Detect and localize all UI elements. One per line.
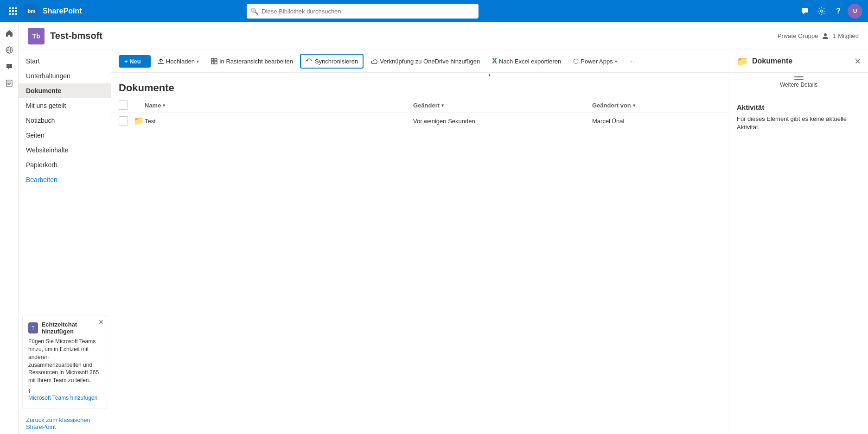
more-details-icon — [794, 76, 804, 80]
panel-folder-icon: 📁 — [737, 56, 748, 67]
promo-info-icon: ℹ — [28, 388, 31, 395]
upload-dropdown-caret: ▾ — [197, 59, 199, 64]
detail-line-2 — [794, 79, 804, 80]
grid-label: In Rasteransicht bearbeiten — [219, 58, 293, 65]
row-check — [119, 116, 134, 126]
promo-header: T Echtzeitchat hinzufügen — [28, 321, 101, 335]
new-button[interactable]: + Neu ▾ — [119, 55, 151, 68]
powerapps-icon: ⬡ — [573, 57, 579, 65]
avatar[interactable]: U — [848, 4, 862, 19]
site-logo: Tb — [28, 28, 45, 44]
more-button[interactable]: ··· — [624, 55, 639, 68]
upload-icon — [158, 58, 164, 64]
search-bar[interactable]: 🔍 — [247, 4, 479, 19]
more-details-section[interactable]: Weitere Details — [729, 73, 868, 92]
rail-doc-icon[interactable] — [2, 76, 17, 91]
svg-rect-3 — [9, 10, 11, 12]
sidebar-item-documents[interactable]: Dokumente — [19, 83, 111, 98]
activity-title: Aktivität — [737, 103, 861, 111]
modified-by-sort-icon: ▾ — [633, 103, 635, 108]
sync-button[interactable]: Synchronisieren — [300, 54, 364, 69]
site-name: Test-bmsoft — [50, 31, 102, 41]
sidebar-item-site-contents[interactable]: Websiteinhalte — [19, 143, 111, 157]
onedrive-icon — [370, 58, 378, 64]
site-meta: Private Gruppe 1 Mitglied — [778, 32, 859, 40]
more-label: ··· — [629, 58, 634, 65]
promo-close-icon[interactable]: ✕ — [98, 318, 104, 326]
sidebar: Start Unterhaltungen Dokumente Mit uns g… — [19, 50, 111, 434]
detail-line-1 — [794, 76, 804, 77]
sidebar-item-start[interactable]: Start — [19, 54, 111, 69]
sidebar-item-pages[interactable]: Seiten — [19, 128, 111, 143]
app-name: SharePoint — [43, 7, 82, 15]
site-members: 1 Mitglied — [833, 32, 859, 39]
file-name[interactable]: Test — [145, 118, 156, 125]
more-details-label: Weitere Details — [780, 82, 817, 88]
grid-icon — [211, 58, 217, 64]
svg-point-9 — [821, 10, 823, 13]
row-type: 📁 — [134, 116, 145, 126]
col-modified-label: Geändert — [413, 102, 440, 109]
rail-home-icon[interactable] — [2, 26, 17, 41]
search-input[interactable] — [247, 4, 479, 19]
sidebar-item-recycle[interactable]: Papierkorb — [19, 157, 111, 172]
help-icon[interactable]: ? — [831, 4, 846, 19]
right-panel-header: 📁 Dokumente ✕ — [729, 50, 868, 73]
upload-label: Hochladen — [166, 58, 195, 65]
svg-rect-7 — [12, 13, 14, 15]
waffle-icon[interactable] — [6, 4, 20, 19]
sidebar-item-conversations[interactable]: Unterhaltungen — [19, 69, 111, 83]
modified-sort-icon: ▾ — [441, 103, 444, 108]
teams-icon: T — [28, 322, 38, 333]
rail-chat-icon[interactable] — [2, 59, 17, 74]
promo-title: Echtzeitchat hinzufügen — [42, 321, 101, 335]
sidebar-item-shared[interactable]: Mit uns geteilt — [19, 98, 111, 113]
site-initials: Tb — [32, 32, 40, 40]
powerapps-button[interactable]: ⬡ Power Apps ▾ — [568, 54, 622, 68]
promo-link[interactable]: Microsoft Teams hinzufügen — [28, 395, 101, 401]
powerapps-caret: ▾ — [615, 59, 617, 64]
excel-label: Nach Excel exportieren — [499, 58, 561, 65]
sidebar-item-notebook[interactable]: Notizbuch — [19, 113, 111, 128]
upload-button[interactable]: Hochladen ▾ — [153, 55, 204, 68]
activity-section: Aktivität Für dieses Element gibt es kei… — [737, 98, 861, 137]
svg-rect-0 — [9, 7, 11, 9]
chat-icon[interactable] — [798, 4, 812, 19]
col-modified-by-label: Geändert von — [592, 102, 631, 109]
sidebar-item-edit[interactable]: Bearbeiten — [19, 172, 111, 187]
onedrive-button[interactable]: Verknüpfung zu OneDrive hinzufügen — [365, 55, 485, 68]
svg-rect-2 — [15, 7, 17, 9]
sidebar-promo: ✕ T Echtzeitchat hinzufügen Fügen Sie Mi… — [22, 315, 107, 409]
sync-label: Synchronisieren — [315, 58, 358, 65]
header-name[interactable]: Name ▾ — [145, 102, 413, 109]
right-panel-body: Aktivität Für dieses Element gibt es kei… — [729, 92, 868, 434]
top-bar: bm SharePoint 🔍 ? U — [0, 0, 868, 22]
modified-by-value: Marcel Ünal — [592, 118, 624, 125]
powerapps-label: Power Apps — [581, 58, 613, 65]
settings-icon[interactable] — [814, 4, 829, 19]
site-privacy: Private Gruppe — [778, 32, 818, 39]
select-all-checkbox[interactable] — [119, 101, 128, 110]
svg-rect-8 — [15, 13, 17, 15]
excel-button[interactable]: X Nach Excel exportieren — [487, 54, 566, 69]
svg-rect-1 — [12, 7, 14, 9]
folder-icon: 📁 — [134, 116, 144, 126]
row-name: Test — [145, 118, 413, 125]
onedrive-label: Verknüpfung zu OneDrive hinzufügen — [380, 58, 480, 65]
panel-close-icon[interactable]: ✕ — [855, 57, 861, 66]
sidebar-footer-link[interactable]: Zurück zum klassischen SharePoint — [19, 413, 111, 434]
header-modified[interactable]: Geändert ▾ — [413, 102, 592, 109]
logo-box: bm — [24, 4, 39, 19]
svg-rect-21 — [215, 62, 217, 64]
grid-edit-button[interactable]: In Rasteransicht bearbeiten — [206, 55, 298, 68]
promo-text: Fügen Sie Microsoft Teams hinzu, um in E… — [28, 338, 101, 384]
row-checkbox[interactable] — [119, 116, 128, 126]
svg-rect-19 — [215, 58, 217, 61]
left-rail — [0, 22, 19, 434]
svg-rect-6 — [9, 13, 11, 15]
right-panel: 📁 Dokumente ✕ Weitere Details Aktivität … — [729, 50, 868, 434]
sidebar-nav: Start Unterhaltungen Dokumente Mit uns g… — [19, 50, 111, 311]
sync-icon — [306, 57, 313, 65]
rail-globe-icon[interactable] — [2, 43, 17, 57]
modified-value: Vor wenigen Sekunden — [413, 118, 475, 125]
